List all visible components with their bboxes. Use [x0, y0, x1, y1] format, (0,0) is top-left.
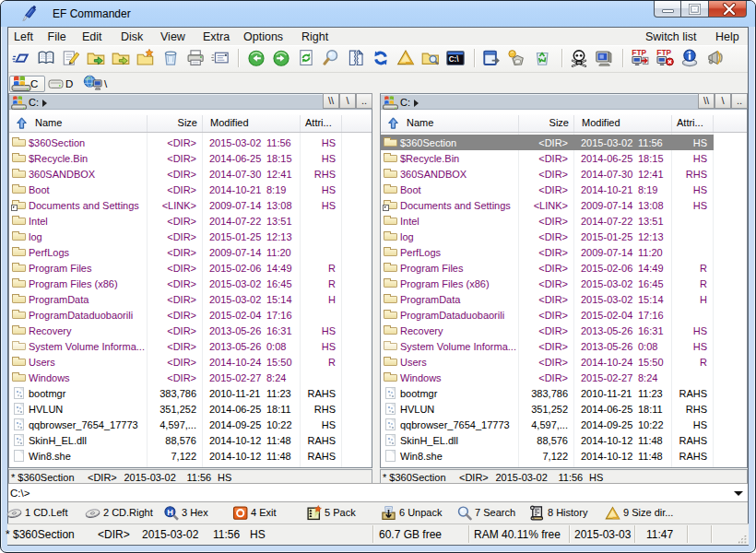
svg-text:C:\: C:\	[449, 55, 460, 64]
svg-text:FTP: FTP	[656, 48, 671, 57]
svg-text:H: H	[167, 508, 173, 517]
svg-text:FTP: FTP	[632, 48, 646, 57]
